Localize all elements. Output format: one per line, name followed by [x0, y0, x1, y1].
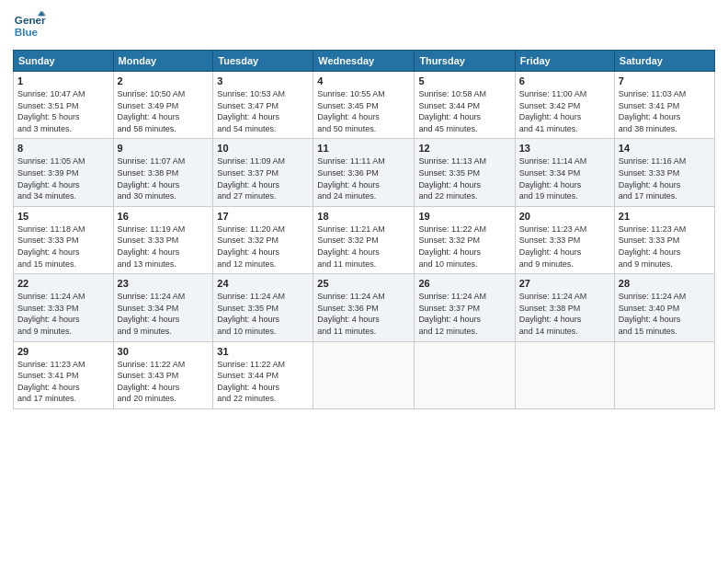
day-info: Sunrise: 11:21 AMSunset: 3:32 PMDaylight…	[317, 224, 410, 270]
calendar-table: SundayMondayTuesdayWednesdayThursdayFrid…	[13, 50, 715, 409]
calendar-cell: 8Sunrise: 11:05 AMSunset: 3:39 PMDayligh…	[14, 139, 114, 206]
day-number: 10	[217, 143, 309, 154]
weekday-header-saturday: Saturday	[614, 51, 714, 72]
logo-icon: General Blue	[13, 9, 46, 42]
weekday-header-sunday: Sunday	[14, 51, 114, 72]
day-number: 23	[118, 278, 210, 289]
day-info: Sunrise: 11:22 AMSunset: 3:44 PMDaylight…	[217, 359, 309, 405]
day-number: 21	[619, 211, 711, 222]
day-info: Sunrise: 11:18 AMSunset: 3:33 PMDaylight…	[17, 224, 109, 270]
day-info: Sunrise: 11:13 AMSunset: 3:35 PMDaylight…	[418, 155, 510, 201]
calendar-cell: 28Sunrise: 11:24 AMSunset: 3:40 PMDaylig…	[614, 274, 714, 341]
calendar-cell: 10Sunrise: 11:09 AMSunset: 3:37 PMDaylig…	[213, 139, 313, 206]
day-number: 1	[17, 75, 109, 86]
weekday-header-tuesday: Tuesday	[213, 51, 313, 72]
day-info: Sunrise: 10:53 AMSunset: 3:47 PMDaylight…	[217, 88, 309, 134]
calendar-cell: 19Sunrise: 11:22 AMSunset: 3:32 PMDaylig…	[415, 206, 515, 273]
day-number: 17	[217, 211, 309, 222]
day-number: 7	[619, 75, 711, 86]
calendar-cell	[415, 341, 515, 408]
day-info: Sunrise: 11:23 AMSunset: 3:33 PMDaylight…	[619, 224, 711, 270]
calendar-cell: 20Sunrise: 11:23 AMSunset: 3:33 PMDaylig…	[515, 206, 614, 273]
calendar-cell: 26Sunrise: 11:24 AMSunset: 3:37 PMDaylig…	[415, 274, 515, 341]
calendar-cell: 18Sunrise: 11:21 AMSunset: 3:32 PMDaylig…	[313, 206, 415, 273]
day-number: 4	[317, 75, 410, 86]
calendar-cell	[515, 341, 614, 408]
day-info: Sunrise: 11:00 AMSunset: 3:42 PMDaylight…	[519, 88, 610, 134]
calendar-cell: 13Sunrise: 11:14 AMSunset: 3:34 PMDaylig…	[515, 139, 614, 206]
day-number: 25	[317, 278, 410, 289]
calendar-cell	[614, 341, 714, 408]
day-number: 24	[217, 278, 309, 289]
page-header: General Blue	[13, 9, 715, 42]
calendar-week-5: 29Sunrise: 11:23 AMSunset: 3:41 PMDaylig…	[14, 341, 715, 408]
day-number: 15	[17, 211, 109, 222]
day-number: 30	[118, 346, 210, 357]
calendar-cell: 25Sunrise: 11:24 AMSunset: 3:36 PMDaylig…	[313, 274, 415, 341]
day-number: 22	[17, 278, 109, 289]
day-info: Sunrise: 11:24 AMSunset: 3:37 PMDaylight…	[418, 291, 510, 337]
day-number: 31	[217, 346, 309, 357]
calendar-cell: 30Sunrise: 11:22 AMSunset: 3:43 PMDaylig…	[113, 341, 213, 408]
calendar-cell: 21Sunrise: 11:23 AMSunset: 3:33 PMDaylig…	[614, 206, 714, 273]
calendar-week-4: 22Sunrise: 11:24 AMSunset: 3:33 PMDaylig…	[14, 274, 715, 341]
logo: General Blue	[13, 9, 50, 42]
calendar-cell: 22Sunrise: 11:24 AMSunset: 3:33 PMDaylig…	[14, 274, 114, 341]
calendar-cell: 1Sunrise: 10:47 AMSunset: 3:51 PMDayligh…	[14, 72, 114, 139]
calendar-cell: 9Sunrise: 11:07 AMSunset: 3:38 PMDayligh…	[113, 139, 213, 206]
calendar-cell: 29Sunrise: 11:23 AMSunset: 3:41 PMDaylig…	[14, 341, 114, 408]
day-info: Sunrise: 11:03 AMSunset: 3:41 PMDaylight…	[619, 88, 711, 134]
day-number: 9	[118, 143, 210, 154]
calendar-cell: 17Sunrise: 11:20 AMSunset: 3:32 PMDaylig…	[213, 206, 313, 273]
day-number: 2	[118, 75, 210, 86]
day-info: Sunrise: 10:50 AMSunset: 3:49 PMDaylight…	[118, 88, 210, 134]
calendar-cell	[313, 341, 415, 408]
calendar-cell: 16Sunrise: 11:19 AMSunset: 3:33 PMDaylig…	[113, 206, 213, 273]
day-info: Sunrise: 11:24 AMSunset: 3:36 PMDaylight…	[317, 291, 410, 337]
calendar-cell: 15Sunrise: 11:18 AMSunset: 3:33 PMDaylig…	[14, 206, 114, 273]
calendar-cell: 24Sunrise: 11:24 AMSunset: 3:35 PMDaylig…	[213, 274, 313, 341]
calendar-cell: 2Sunrise: 10:50 AMSunset: 3:49 PMDayligh…	[113, 72, 213, 139]
day-info: Sunrise: 11:24 AMSunset: 3:38 PMDaylight…	[519, 291, 610, 337]
day-number: 18	[317, 211, 410, 222]
day-number: 8	[17, 143, 109, 154]
day-info: Sunrise: 11:22 AMSunset: 3:43 PMDaylight…	[118, 359, 210, 405]
day-number: 28	[619, 278, 711, 289]
calendar-cell: 3Sunrise: 10:53 AMSunset: 3:47 PMDayligh…	[213, 72, 313, 139]
day-number: 27	[519, 278, 610, 289]
day-number: 19	[418, 211, 510, 222]
day-info: Sunrise: 11:24 AMSunset: 3:40 PMDaylight…	[619, 291, 711, 337]
day-info: Sunrise: 11:14 AMSunset: 3:34 PMDaylight…	[519, 155, 610, 201]
calendar-week-3: 15Sunrise: 11:18 AMSunset: 3:33 PMDaylig…	[14, 206, 715, 273]
svg-text:Blue: Blue	[15, 26, 39, 38]
calendar-week-1: 1Sunrise: 10:47 AMSunset: 3:51 PMDayligh…	[14, 72, 715, 139]
calendar-cell: 11Sunrise: 11:11 AMSunset: 3:36 PMDaylig…	[313, 139, 415, 206]
weekday-header-friday: Friday	[515, 51, 614, 72]
day-info: Sunrise: 11:07 AMSunset: 3:38 PMDaylight…	[118, 155, 210, 201]
day-info: Sunrise: 10:58 AMSunset: 3:44 PMDaylight…	[418, 88, 510, 134]
calendar-cell: 4Sunrise: 10:55 AMSunset: 3:45 PMDayligh…	[313, 72, 415, 139]
day-number: 11	[317, 143, 410, 154]
day-info: Sunrise: 11:24 AMSunset: 3:35 PMDaylight…	[217, 291, 309, 337]
calendar-cell: 6Sunrise: 11:00 AMSunset: 3:42 PMDayligh…	[515, 72, 614, 139]
calendar-cell: 27Sunrise: 11:24 AMSunset: 3:38 PMDaylig…	[515, 274, 614, 341]
calendar-cell: 23Sunrise: 11:24 AMSunset: 3:34 PMDaylig…	[113, 274, 213, 341]
day-info: Sunrise: 11:19 AMSunset: 3:33 PMDaylight…	[118, 224, 210, 270]
day-number: 14	[619, 143, 711, 154]
weekday-header-thursday: Thursday	[415, 51, 515, 72]
day-info: Sunrise: 11:20 AMSunset: 3:32 PMDaylight…	[217, 224, 309, 270]
day-number: 6	[519, 75, 610, 86]
day-number: 29	[17, 346, 109, 357]
calendar-cell: 12Sunrise: 11:13 AMSunset: 3:35 PMDaylig…	[415, 139, 515, 206]
day-number: 26	[418, 278, 510, 289]
calendar-header-row: SundayMondayTuesdayWednesdayThursdayFrid…	[14, 51, 715, 72]
day-number: 16	[118, 211, 210, 222]
day-info: Sunrise: 11:05 AMSunset: 3:39 PMDaylight…	[17, 155, 109, 201]
calendar-body: 1Sunrise: 10:47 AMSunset: 3:51 PMDayligh…	[14, 72, 715, 409]
day-info: Sunrise: 11:23 AMSunset: 3:33 PMDaylight…	[519, 224, 610, 270]
page-container: General Blue SundayMondayTuesdayWednesda…	[0, 0, 728, 417]
day-number: 12	[418, 143, 510, 154]
weekday-header-monday: Monday	[113, 51, 213, 72]
day-info: Sunrise: 10:55 AMSunset: 3:45 PMDaylight…	[317, 88, 410, 134]
calendar-cell: 7Sunrise: 11:03 AMSunset: 3:41 PMDayligh…	[614, 72, 714, 139]
